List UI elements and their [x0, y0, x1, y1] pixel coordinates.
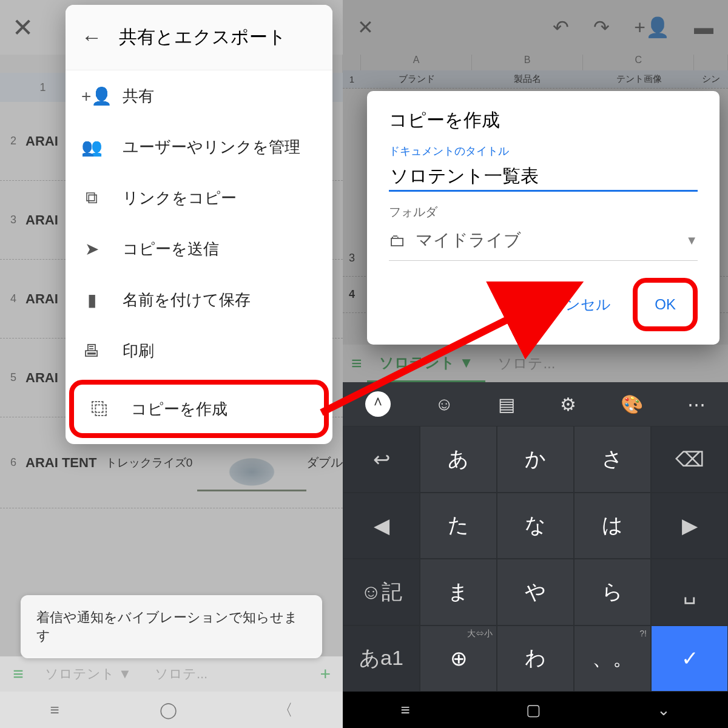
folder-name: マイドライブ	[416, 229, 521, 252]
keyboard-key[interactable]: ⊕大⇔小	[420, 625, 497, 692]
kb-tool-icon[interactable]: ▤	[498, 394, 515, 415]
menu-item-label: 共有	[123, 86, 154, 107]
cancel-button[interactable]: キャンセル	[535, 295, 611, 314]
menu-item-icon: ▮	[81, 290, 102, 310]
keyboard-key[interactable]: さ	[574, 426, 651, 493]
copy-dialog: コピーを作成 ドキュメントのタイトル フォルダ 🗀 マイドライブ ▼ キャンセル…	[367, 91, 720, 345]
toast-notification: 着信や通知をバイブレーションで知らせます	[21, 595, 322, 658]
menu-item-icon: +👤	[81, 86, 102, 106]
nav-back-icon[interactable]: 〈	[277, 699, 293, 721]
menu-item-label: リンクをコピー	[123, 187, 237, 209]
android-navbar: ≡ ◯ 〈	[0, 692, 343, 728]
keyboard-key[interactable]: や	[497, 559, 574, 625]
keyboard-key[interactable]: あ	[420, 426, 497, 493]
sheet-tab-active[interactable]: ソロテント ▼	[36, 665, 140, 683]
kb-tool-icon[interactable]: 🎨	[621, 394, 643, 415]
menu-item-3[interactable]: ➤ コピーを送信	[66, 223, 332, 274]
field-label: ドキュメントのタイトル	[389, 144, 698, 158]
sheets-menu-icon[interactable]: ≡	[6, 664, 30, 684]
android-navbar: ≡ ▢ ⌄	[343, 692, 728, 728]
menu-item-icon: ⿻	[90, 399, 110, 419]
share-export-menu: ← 共有とエクスポート +👤 共有 👥 ユーザーやリンクを管理 ⧉ リンクをコピ…	[66, 5, 332, 444]
keyboard-key[interactable]: か	[497, 426, 574, 493]
menu-item-label: 名前を付けて保存	[123, 289, 251, 311]
nav-back-icon[interactable]: ⌄	[657, 701, 670, 720]
menu-item-2[interactable]: ⧉ リンクをコピー	[66, 172, 332, 223]
menu-item-label: ユーザーやリンクを管理	[123, 136, 300, 158]
chevron-down-icon: ▼	[686, 234, 698, 248]
folder-icon: 🗀	[389, 231, 406, 251]
nav-recent-icon[interactable]: ≡	[400, 701, 410, 720]
keyboard-key[interactable]: ▶	[651, 493, 728, 559]
keyboard-key[interactable]: ⌫	[651, 426, 728, 493]
document-title-input[interactable]	[389, 162, 698, 192]
nav-home-icon[interactable]: ◯	[160, 701, 177, 720]
keyboard-key[interactable]: た	[420, 493, 497, 559]
menu-item-5[interactable]: 🖶 印刷	[66, 325, 332, 376]
keyboard-key[interactable]: ␣	[651, 559, 728, 625]
kb-tool-icon[interactable]: ⚙	[560, 394, 576, 415]
menu-item-1[interactable]: 👥 ユーザーやリンクを管理	[66, 121, 332, 172]
keyboard-key[interactable]: わ	[497, 625, 574, 692]
nav-recent-icon[interactable]: ≡	[50, 701, 59, 720]
keyboard-key[interactable]: は	[574, 493, 651, 559]
menu-item-icon: ⧉	[81, 188, 102, 208]
menu-item-icon: 🖶	[81, 341, 102, 361]
keyboard-key[interactable]: ☺記	[343, 559, 420, 625]
keyboard-key[interactable]: ま	[420, 559, 497, 625]
menu-item-4[interactable]: ▮ 名前を付けて保存	[66, 274, 332, 325]
sheet-tabs: ≡ ソロテント ▼ ソロテ... +	[0, 656, 343, 692]
menu-item-icon: ➤	[81, 239, 102, 259]
add-sheet-icon[interactable]: +	[320, 664, 337, 684]
menu-item-6[interactable]: ⿻ コピーを作成	[69, 380, 329, 438]
sheet-tab[interactable]: ソロテ...	[146, 665, 216, 683]
keyboard-key[interactable]: ら	[574, 559, 651, 625]
keyboard-key[interactable]: あa1	[343, 625, 420, 692]
folder-selector[interactable]: 🗀 マイドライブ ▼	[389, 225, 698, 261]
back-arrow-icon[interactable]: ←	[81, 25, 102, 49]
keyboard-key[interactable]: ✓	[651, 625, 728, 692]
nav-home-icon[interactable]: ▢	[526, 701, 541, 720]
kb-collapse-icon[interactable]: ＾	[365, 391, 391, 417]
menu-item-0[interactable]: +👤 共有	[66, 70, 332, 121]
keyboard-key[interactable]: ◀	[343, 493, 420, 559]
keyboard: ＾☺▤⚙🎨⋯ ↩あかさ⌫◀たなは▶☺記まやら␣あa1⊕大⇔小わ、。?!✓	[343, 382, 728, 692]
kb-tool-icon[interactable]: ⋯	[687, 394, 706, 415]
keyboard-key[interactable]: な	[497, 493, 574, 559]
keyboard-key[interactable]: ↩	[343, 426, 420, 493]
kb-tool-icon[interactable]: ☺	[435, 394, 454, 414]
menu-item-label: 印刷	[123, 340, 154, 362]
right-screenshot: ✕ ↶ ↷ +👤 ▬ ABC 1 ブランド製品名テント画像 シン 3 4 ARA…	[343, 0, 728, 728]
keyboard-key[interactable]: 、。?!	[574, 625, 651, 692]
menu-item-label: コピーを作成	[131, 399, 228, 420]
folder-label: フォルダ	[389, 204, 698, 220]
left-screenshot: ✕ 1 ブラ… 2 ARAI 3 ARAI 4 ARAI 5 ARAI 6 AR…	[0, 0, 343, 728]
dialog-title: コピーを作成	[389, 108, 698, 133]
ok-button[interactable]: OK	[633, 278, 698, 331]
menu-item-label: コピーを送信	[123, 238, 219, 260]
menu-item-icon: 👥	[81, 137, 102, 157]
menu-title: 共有とエクスポート	[119, 25, 286, 50]
